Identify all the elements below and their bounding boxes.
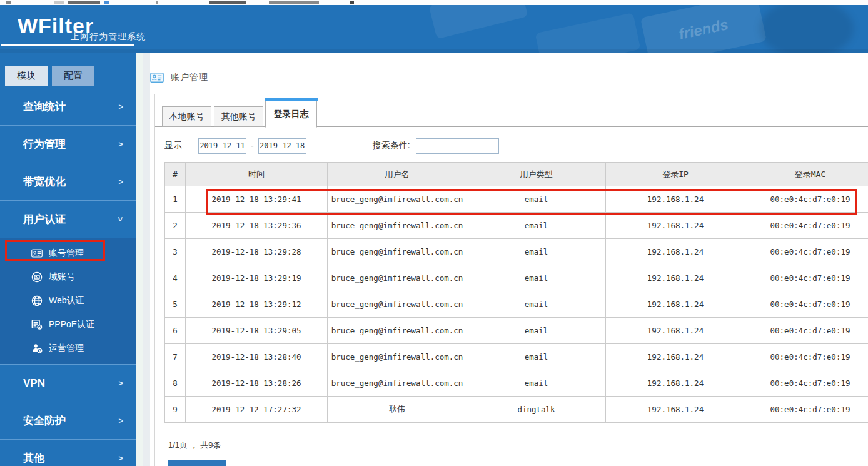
table-row[interactable]: 92019-12-12 17:27:32耿伟dingtalk192.168.1.… (165, 397, 868, 423)
table-cell: bruce_geng@imfirewall.com.cn (328, 370, 467, 397)
sidebar-subitem-0[interactable]: 账号管理 (0, 241, 136, 265)
table-cell: bruce_geng@imfirewall.com.cn (328, 265, 467, 291)
sidebar-item-4[interactable]: VPN> (0, 364, 136, 402)
table-cell: 2019-12-18 13:28:26 (186, 370, 328, 397)
table-cell: 2019-12-18 13:29:36 (186, 213, 328, 239)
table-cell: email (467, 265, 606, 291)
table-cell: 2019-12-18 13:29:19 (186, 265, 328, 291)
sidebar-item-label: 带宽优化 (23, 175, 66, 189)
chevron-down-icon: > (116, 217, 126, 222)
column-header: 登录IP (606, 163, 745, 186)
table-cell: email (467, 291, 606, 318)
app-header: friends WFilter 上网行为管理系统 (0, 5, 868, 53)
table-row[interactable]: 32019-12-18 13:29:28bruce_geng@imfirewal… (165, 239, 868, 265)
sidebar-menu: 查询统计>行为管理>带宽优化>用户认证>账号管理域账号Web认证PPPoE认证运… (0, 88, 136, 466)
table-cell: 3 (165, 239, 186, 265)
table-cell: 192.168.1.24 (606, 186, 745, 213)
sidebar-subitem-1[interactable]: 域账号 (0, 265, 136, 289)
browser-remnant-mark (209, 1, 246, 4)
sidebar-subitem-label: 账号管理 (49, 248, 84, 259)
table-cell: bruce_geng@imfirewall.com.cn (328, 291, 467, 318)
table-row[interactable]: 42019-12-18 13:29:19bruce_geng@imfirewal… (165, 265, 868, 291)
tab-other-accounts[interactable]: 其他账号 (214, 106, 263, 127)
table-cell: 00:e0:4c:d7:e0:19 (745, 265, 868, 291)
sidebar-item-6[interactable]: 其他> (0, 439, 136, 466)
table-row[interactable]: 62019-12-18 13:29:05bruce_geng@imfirewal… (165, 318, 868, 344)
column-header: 登录MAC (745, 163, 868, 186)
table-cell: 耿伟 (328, 397, 467, 423)
sidebar-item-2[interactable]: 带宽优化> (0, 163, 136, 200)
keyboard-decoration (535, 13, 641, 53)
globe-icon (31, 295, 44, 307)
browser-remnant-mark (68, 1, 100, 4)
table-row[interactable]: 12019-12-18 13:29:41bruce_geng@imfirewal… (165, 186, 868, 213)
table-cell: 00:e0:4c:d7:e0:19 (745, 344, 868, 370)
sidebar-item-0[interactable]: 查询统计> (0, 88, 136, 125)
page-title: 账户管理 (171, 72, 208, 83)
table-row[interactable]: 72019-12-18 13:28:40bruce_geng@imfirewal… (165, 344, 868, 370)
sidebar-subitem-label: PPPoE认证 (49, 319, 94, 330)
table-cell: email (467, 370, 606, 397)
table-cell: 00:e0:4c:d7:e0:19 (745, 213, 868, 239)
chevron-right-icon: > (118, 177, 123, 186)
finger-decoration (760, 5, 854, 53)
table-cell: 2019-12-18 13:28:40 (186, 344, 328, 370)
table-cell: bruce_geng@imfirewall.com.cn (328, 186, 467, 213)
sidebar-subitem-2[interactable]: Web认证 (0, 289, 136, 313)
sidebar-tab-config[interactable]: 配置 (52, 66, 94, 86)
table-cell: bruce_geng@imfirewall.com.cn (328, 239, 467, 265)
sidebar-item-5[interactable]: 安全防护> (0, 402, 136, 439)
pagination-text: 1/1页 ， 共9条 (168, 440, 221, 451)
table-row[interactable]: 52019-12-18 13:29:12bruce_geng@imfirewal… (165, 291, 868, 318)
sidebar-item-3[interactable]: 用户认证> (0, 200, 136, 238)
table-cell: 00:e0:4c:d7:e0:19 (745, 186, 868, 213)
table-cell: 7 (165, 344, 186, 370)
table-cell: 00:e0:4c:d7:e0:19 (745, 239, 868, 265)
action-button[interactable] (168, 460, 226, 466)
id-card-icon (150, 72, 164, 83)
table-cell: 2019-12-12 17:27:32 (186, 397, 328, 423)
sidebar-tabs-underline (0, 86, 136, 86)
chevron-right-icon: > (118, 139, 123, 149)
sidebar-item-1[interactable]: 行为管理> (0, 125, 136, 163)
table-cell: email (467, 186, 606, 213)
search-criteria-label: 搜索条件: (373, 140, 410, 151)
sidebar-tab-modules[interactable]: 模块 (5, 66, 48, 86)
table-cell: 192.168.1.24 (606, 344, 745, 370)
date-from-input[interactable] (198, 138, 246, 154)
table-cell: 00:e0:4c:d7:e0:19 (745, 318, 868, 344)
date-to-input[interactable] (258, 138, 306, 154)
tab-local-accounts[interactable]: 本地账号 (162, 106, 211, 127)
tab-login-log[interactable]: 登录日志 (265, 101, 317, 128)
table-cell: 2019-12-18 13:29:41 (186, 186, 328, 213)
sidebar-subitem-4[interactable]: 运营管理 (0, 337, 136, 360)
sidebar-item-label: 用户认证 (23, 212, 66, 226)
sidebar-item-label: 查询统计 (23, 99, 66, 114)
table-cell: bruce_geng@imfirewall.com.cn (328, 318, 467, 344)
domain-account-icon (31, 271, 44, 283)
table-cell: 00:e0:4c:d7:e0:19 (745, 291, 868, 318)
table-cell: email (467, 213, 606, 239)
table-cell: 2019-12-18 13:29:12 (186, 291, 328, 318)
content-left-strip (143, 53, 150, 466)
table-row[interactable]: 22019-12-18 13:29:36bruce_geng@imfirewal… (165, 213, 868, 239)
sidebar-subitem-label: 域账号 (49, 271, 75, 283)
column-header: 时间 (186, 163, 328, 186)
keyboard-decoration (429, 5, 528, 39)
login-log-table-wrap: #时间用户名用户类型登录IP登录MAC12019-12-18 13:29:41b… (164, 162, 868, 423)
sidebar-subitem-3[interactable]: PPPoE认证 (0, 313, 136, 337)
table-row[interactable]: 82019-12-18 13:28:26bruce_geng@imfirewal… (165, 370, 868, 397)
document-check-icon (31, 318, 44, 331)
table-cell: 192.168.1.24 (606, 213, 745, 239)
content-tabs: 本地账号 其他账号 登录日志 (155, 101, 868, 127)
main-content: 账户管理 本地账号 其他账号 登录日志 显示 - 搜索条件: #时间用户名用户类… (136, 53, 868, 466)
header-shade (0, 49, 868, 53)
table-cell: 192.168.1.24 (606, 239, 745, 265)
search-criteria-input[interactable] (416, 138, 499, 154)
browser-remnant-mark (54, 1, 64, 4)
date-range-separator: - (251, 141, 254, 151)
browser-remnant-mark (269, 1, 319, 4)
table-cell: 2019-12-18 13:29:05 (186, 318, 328, 344)
table-cell: 2019-12-18 13:29:28 (186, 239, 328, 265)
table-cell: 192.168.1.24 (606, 291, 745, 318)
